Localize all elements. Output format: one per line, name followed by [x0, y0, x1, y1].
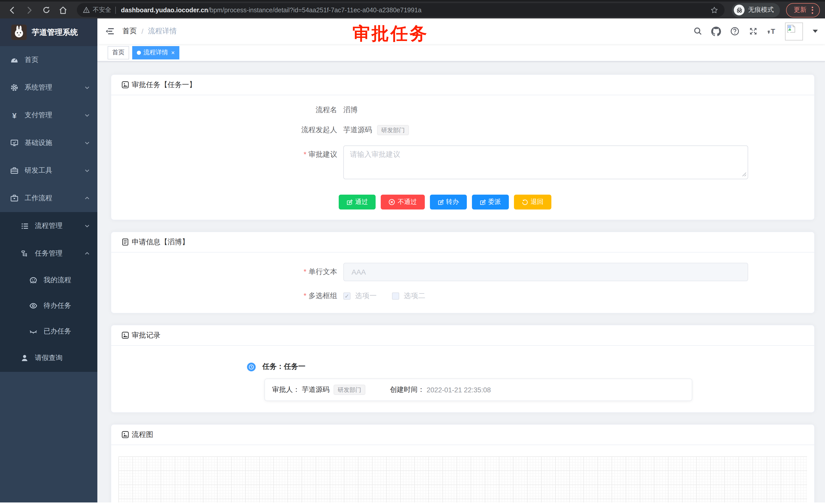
checkbox-group-label: *多选框组: [122, 291, 343, 301]
resize-handle[interactable]: [742, 170, 747, 179]
transfer-button[interactable]: 转办: [430, 195, 466, 209]
return-button[interactable]: 退回: [514, 195, 551, 209]
sidebar-item-task-mgmt[interactable]: 任务管理: [0, 240, 97, 267]
required-mark: *: [304, 150, 306, 158]
screen: 不安全 dashboard.yudao.iocoder.cn /bpm/proc…: [0, 0, 825, 504]
address-bar[interactable]: 不安全 dashboard.yudao.iocoder.cn /bpm/proc…: [77, 3, 725, 17]
font-size-icon[interactable]: TT: [767, 26, 776, 36]
browser-back-button[interactable]: [6, 4, 18, 16]
sidebar: 芋道管理系统 首页 系统管理 ¥ 支付管理: [0, 18, 97, 502]
caret-down-icon[interactable]: [813, 30, 818, 33]
card-title: 申请信息【滔博】: [132, 237, 189, 247]
approval-task-card-header: 审批任务【任务一】: [111, 75, 814, 95]
sidebar-item-devtools[interactable]: 研发工具: [0, 157, 97, 184]
face-icon: [29, 276, 38, 284]
sidebar-item-leave-query[interactable]: 请假查询: [0, 344, 97, 372]
svg-text:T: T: [768, 30, 770, 34]
delegate-button[interactable]: 委派: [472, 195, 509, 209]
sidebar-logo[interactable]: 芋道管理系统: [0, 18, 97, 46]
eye-open-icon: [29, 302, 38, 310]
browser-menu-icon[interactable]: [811, 6, 814, 14]
breadcrumb: 首页 / 流程详情: [123, 27, 177, 36]
create-time-value: 2022-01-21 22:35:08: [427, 386, 491, 394]
github-icon[interactable]: [711, 26, 721, 36]
avatar[interactable]: [785, 22, 803, 40]
tree-icon: [20, 249, 29, 258]
chevron-down-icon: [84, 140, 90, 146]
card-title: 审批记录: [132, 331, 160, 340]
monitor-icon: [10, 139, 18, 147]
approval-record-card-header: 审批记录: [111, 325, 814, 346]
bpmn-diagram-canvas[interactable]: [119, 456, 807, 502]
suggestion-textarea[interactable]: [343, 146, 748, 179]
chevron-down-icon: [84, 167, 90, 174]
tab-process-detail[interactable]: 流程详情 ×: [132, 46, 179, 59]
browser-home-button[interactable]: [57, 4, 69, 16]
url-host: dashboard.yudao.iocoder.cn: [121, 6, 208, 14]
card-title: 流程图: [132, 430, 153, 439]
single-text-label: *单行文本: [122, 267, 343, 276]
incognito-label: 无痕模式: [748, 6, 774, 14]
incognito-badge: 无痕模式: [732, 3, 780, 17]
security-label[interactable]: 不安全: [93, 6, 111, 14]
url-path: /bpm/process-instance/detail?id=54aa251f…: [208, 6, 705, 14]
tags-view: 首页 流程详情 ×: [97, 44, 825, 62]
application-info-card-header: 申请信息【滔博】: [111, 232, 814, 253]
sidebar-item-workflow[interactable]: 工作流程: [0, 184, 97, 212]
browser-reload-button[interactable]: [40, 4, 52, 16]
sidebar-item-process-mgmt[interactable]: 流程管理: [0, 212, 97, 240]
card-title: 审批任务【任务一】: [132, 80, 196, 89]
chevron-up-icon: [84, 250, 90, 257]
picture-icon: [122, 331, 129, 339]
search-icon[interactable]: [693, 26, 702, 36]
hamburger-icon[interactable]: [105, 26, 115, 36]
record-detail-card: 审批人： 芋道源码 研发部门 创建时间： 2022-01-21 22:35:08: [265, 379, 692, 401]
tab-home[interactable]: 首页: [107, 46, 129, 59]
logo-image: [11, 24, 27, 40]
process-name-label: 流程名: [122, 105, 343, 115]
browser-update-button[interactable]: 更新: [786, 3, 820, 17]
single-text-input: [343, 263, 748, 281]
browser-toolbar: 不安全 dashboard.yudao.iocoder.cn /bpm/proc…: [0, 0, 825, 18]
checkbox-checked-icon: ✓: [343, 292, 351, 300]
breadcrumb-current: 流程详情: [148, 27, 177, 36]
process-name-value: 滔博: [343, 105, 358, 115]
breadcrumb-separator: /: [141, 27, 144, 35]
picture-icon: [122, 81, 129, 89]
picture-icon: [122, 431, 129, 438]
app-title: 芋道管理系统: [32, 27, 78, 37]
sidebar-item-system[interactable]: 系统管理: [0, 74, 97, 101]
dashboard-icon: [10, 56, 18, 64]
reject-button[interactable]: 不通过: [381, 195, 425, 209]
approval-record-card: 审批记录 任务：任务一 审批人： 芋道: [111, 325, 815, 413]
sidebar-item-my-process[interactable]: 我的流程: [0, 267, 97, 293]
url-divider: [115, 6, 116, 14]
help-icon[interactable]: [730, 26, 739, 36]
user-icon: [20, 354, 29, 362]
checkbox-option-2: 选项二: [392, 291, 425, 301]
bookmark-star-icon[interactable]: [710, 6, 719, 14]
briefcase-icon: [10, 194, 18, 202]
approve-button[interactable]: 通过: [339, 195, 376, 209]
close-tab-icon[interactable]: ×: [171, 50, 175, 56]
initiator-dept-tag: 研发部门: [377, 125, 409, 135]
sidebar-item-done-tasks[interactable]: 已办任务: [0, 319, 97, 344]
browser-forward-button[interactable]: [23, 4, 35, 16]
sidebar-item-payment[interactable]: ¥ 支付管理: [0, 101, 97, 129]
initiator-label: 流程发起人: [122, 125, 343, 135]
fullscreen-icon[interactable]: [748, 26, 758, 36]
breadcrumb-home[interactable]: 首页: [123, 27, 137, 36]
initiator-value: 芋道源码: [343, 125, 372, 135]
timeline-clock-icon: [247, 362, 256, 371]
incognito-icon: [734, 5, 745, 15]
sidebar-item-home[interactable]: 首页: [0, 46, 97, 74]
chevron-up-icon: [84, 195, 90, 201]
yen-icon: ¥: [10, 111, 18, 119]
approval-task-card: 审批任务【任务一】 流程名 滔博 流程发起人 芋道源码 研发部门: [111, 74, 815, 220]
sidebar-item-infra[interactable]: 基础设施: [0, 129, 97, 157]
chevron-down-icon: [84, 85, 90, 91]
gear-icon: [10, 83, 18, 92]
annotation-overlay: 审批任务: [353, 22, 428, 46]
sidebar-item-todo-tasks[interactable]: 待办任务: [0, 293, 97, 319]
toolbox-icon: [10, 166, 18, 175]
